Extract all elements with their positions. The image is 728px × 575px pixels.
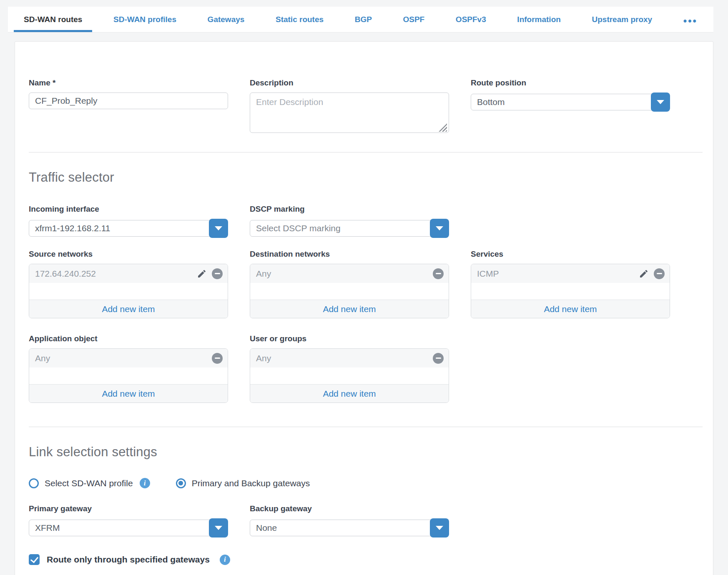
list-item-value: Any — [35, 353, 50, 363]
link-selection-title: Link selection settings — [29, 445, 703, 460]
list-item-value: Any — [256, 353, 271, 363]
route-only-label: Route only through specified gateways — [47, 555, 210, 565]
route-only-checkbox[interactable] — [29, 554, 40, 565]
route-position-field-group: Route position Bottom — [471, 78, 670, 112]
application-object-group: Application object Any Add new item — [29, 334, 228, 403]
listbox-empty-area — [29, 368, 228, 384]
add-new-item-button[interactable]: Add new item — [29, 300, 228, 318]
add-new-item-button[interactable]: Add new item — [29, 384, 228, 402]
incoming-interface-dropdown-button[interactable] — [209, 219, 228, 238]
dscp-marking-dropdown[interactable]: Select DSCP marking — [250, 219, 449, 238]
dscp-marking-dropdown-button[interactable] — [430, 219, 449, 238]
chevron-down-icon — [436, 226, 443, 230]
info-icon[interactable]: i — [140, 478, 150, 488]
primary-gateway-dropdown[interactable]: XFRM — [29, 518, 228, 538]
remove-icon[interactable] — [433, 353, 444, 364]
name-input[interactable] — [29, 92, 228, 109]
incoming-interface-value: xfrm1-192.168.2.11 — [29, 220, 220, 237]
radio-sdwan-profile[interactable] — [29, 478, 39, 488]
radio-primary-backup[interactable] — [176, 478, 186, 488]
tab-ospfv3[interactable]: OSPFv3 — [446, 7, 496, 32]
info-icon[interactable]: i — [220, 555, 230, 565]
list-item: 172.64.240.252 — [29, 264, 228, 283]
user-groups-listbox: Any Add new item — [250, 348, 449, 403]
chevron-down-icon — [215, 226, 222, 230]
radio-sdwan-profile-label: Select SD-WAN profile — [45, 478, 133, 488]
description-textarea[interactable] — [250, 92, 449, 133]
radio-group-sdwan-profile: Select SD-WAN profile i — [29, 478, 150, 488]
gateway-row: Primary gateway XFRM Backup gateway None — [29, 504, 703, 538]
route-position-label: Route position — [471, 78, 670, 88]
edit-icon[interactable] — [639, 269, 649, 279]
list-item: ICMP — [471, 264, 670, 283]
incoming-interface-dropdown[interactable]: xfrm1-192.168.2.11 — [29, 219, 228, 238]
listbox-empty-area — [471, 283, 670, 300]
list-item: Any — [29, 349, 228, 368]
source-networks-group: Source networks 172.64.240.252 Add new i… — [29, 250, 228, 318]
more-tabs-icon[interactable]: ••• — [673, 7, 708, 32]
add-new-item-button[interactable]: Add new item — [250, 300, 449, 318]
services-group: Services ICMP Add new item — [471, 250, 670, 318]
remove-icon[interactable] — [433, 268, 444, 279]
source-networks-label: Source networks — [29, 250, 228, 259]
backup-gateway-group: Backup gateway None — [250, 504, 449, 538]
tab-upstream-proxy[interactable]: Upstream proxy — [582, 7, 662, 32]
route-only-row: Route only through specified gateways i — [29, 554, 703, 565]
top-form-row: Name * Description Route position Bottom — [29, 78, 703, 135]
primary-gateway-dropdown-button[interactable] — [209, 518, 228, 538]
route-position-dropdown[interactable]: Bottom — [471, 92, 670, 112]
section-divider — [29, 152, 703, 152]
remove-icon[interactable] — [212, 268, 223, 279]
description-field-group: Description — [250, 78, 449, 135]
services-label: Services — [471, 250, 670, 259]
primary-gateway-value: XFRM — [29, 520, 220, 536]
add-new-item-button[interactable]: Add new item — [471, 300, 670, 318]
route-position-value: Bottom — [471, 94, 662, 110]
sdwan-route-form: Name * Description Route position Bottom… — [15, 41, 713, 575]
dscp-marking-label: DSCP marking — [250, 205, 449, 214]
list-item-value: Any — [256, 269, 271, 279]
link-selection-radio-row: Select SD-WAN profile i Primary and Back… — [29, 478, 703, 488]
tab-ospf[interactable]: OSPF — [393, 7, 435, 32]
add-new-item-button[interactable]: Add new item — [250, 384, 449, 402]
remove-icon[interactable] — [212, 353, 223, 364]
listbox-empty-area — [29, 283, 228, 300]
radio-primary-backup-label: Primary and Backup gateways — [192, 478, 310, 488]
application-object-label: Application object — [29, 334, 228, 343]
tab-bgp[interactable]: BGP — [345, 7, 382, 32]
tab-gateways[interactable]: Gateways — [198, 7, 255, 32]
tab-static-routes[interactable]: Static routes — [266, 7, 334, 32]
backup-gateway-dropdown[interactable]: None — [250, 518, 449, 538]
interface-dscp-row: Incoming interface xfrm1-192.168.2.11 DS… — [29, 205, 703, 238]
listbox-empty-area — [250, 283, 449, 300]
section-divider — [29, 427, 703, 427]
networks-services-row: Source networks 172.64.240.252 Add new i… — [29, 250, 703, 318]
dscp-marking-group: DSCP marking Select DSCP marking — [250, 205, 449, 238]
backup-gateway-label: Backup gateway — [250, 504, 449, 513]
list-item: Any — [250, 264, 449, 283]
route-position-dropdown-button[interactable] — [651, 92, 670, 112]
tab-sdwan-profiles[interactable]: SD-WAN profiles — [103, 7, 186, 32]
incoming-interface-label: Incoming interface — [29, 205, 228, 214]
edit-icon[interactable] — [197, 269, 207, 279]
chevron-down-icon — [436, 526, 443, 530]
list-item-value: 172.64.240.252 — [35, 269, 96, 279]
chevron-down-icon — [215, 526, 222, 530]
traffic-selector-title: Traffic selector — [29, 170, 703, 185]
backup-gateway-value: None — [250, 520, 441, 536]
primary-gateway-group: Primary gateway XFRM — [29, 504, 228, 538]
primary-gateway-label: Primary gateway — [29, 504, 228, 513]
remove-icon[interactable] — [654, 268, 665, 279]
description-label: Description — [250, 78, 449, 88]
listbox-empty-area — [250, 368, 449, 384]
name-label: Name * — [29, 78, 228, 88]
destination-networks-listbox: Any Add new item — [250, 264, 449, 318]
backup-gateway-dropdown-button[interactable] — [430, 518, 449, 538]
tab-information[interactable]: Information — [507, 7, 571, 32]
source-networks-listbox: 172.64.240.252 Add new item — [29, 264, 228, 318]
destination-networks-group: Destination networks Any Add new item — [250, 250, 449, 318]
destination-networks-label: Destination networks — [250, 250, 449, 259]
tab-sdwan-routes[interactable]: SD-WAN routes — [14, 7, 92, 32]
application-object-listbox: Any Add new item — [29, 348, 228, 403]
dscp-marking-value: Select DSCP marking — [250, 220, 441, 237]
